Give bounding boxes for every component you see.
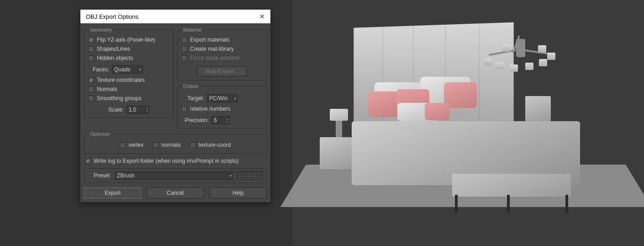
preset-grid-icon[interactable] xyxy=(237,171,263,180)
precision-spinner[interactable]: 6 xyxy=(211,116,230,124)
force-black-checkbox xyxy=(181,55,187,61)
export-materials-checkbox[interactable] xyxy=(181,37,187,43)
create-matlib-label: Create mat-library xyxy=(190,46,234,52)
opt-normals-checkbox[interactable] xyxy=(153,142,158,148)
viewport-scene xyxy=(292,0,644,246)
output-legend: Output xyxy=(181,83,200,89)
obj-export-dialog: OBJ Export Options ✕ Geometry Flip YZ-ax… xyxy=(80,9,271,203)
optimize-group: Optimize vertex normals texture-coord xyxy=(84,131,267,154)
texcoords-checkbox[interactable] xyxy=(88,77,94,83)
pillow-pink xyxy=(425,103,449,120)
relative-checkbox[interactable] xyxy=(181,106,187,112)
material-legend: Material xyxy=(181,27,203,32)
lamp-shade xyxy=(330,109,348,121)
dialog-title: OBJ Export Options xyxy=(84,13,258,20)
pillow-pink xyxy=(368,91,401,117)
opt-vertex-label: vertex xyxy=(128,142,143,148)
scale-label: Scale: xyxy=(108,107,123,113)
lamp-stem xyxy=(336,119,342,137)
precision-label: Precision: xyxy=(181,117,209,123)
optimize-legend: Optimize xyxy=(88,131,111,137)
write-log-label: Write log to Export-folder (when using #… xyxy=(94,158,238,164)
pillow-pink xyxy=(444,82,477,108)
geometry-group: Geometry Flip YZ-axis (Poser-like) Shape… xyxy=(84,27,174,118)
flip-yz-checkbox[interactable] xyxy=(88,37,94,43)
titlebar[interactable]: OBJ Export Options ✕ xyxy=(80,10,270,23)
close-icon[interactable]: ✕ xyxy=(258,13,267,20)
export-button[interactable]: Export xyxy=(84,187,141,198)
preset-dropdown[interactable]: ZBrush xyxy=(115,171,233,180)
scale-spinner[interactable]: 1,0 xyxy=(127,106,149,114)
target-label: Target: xyxy=(181,95,204,102)
smoothing-checkbox[interactable] xyxy=(88,96,94,102)
hidden-label: Hidden objects xyxy=(97,55,133,61)
shapes-label: Shapes/Lines xyxy=(97,46,130,52)
hidden-checkbox[interactable] xyxy=(88,55,94,61)
normals-label: Normals xyxy=(97,86,117,92)
nightstand-right xyxy=(525,96,551,122)
opt-texcoord-label: texture-coord xyxy=(199,142,231,148)
opt-vertex-checkbox[interactable] xyxy=(120,142,126,148)
output-group: Output Target: PC/Win relative numbers P… xyxy=(177,83,267,128)
create-matlib-checkbox[interactable] xyxy=(181,46,187,52)
smoothing-label: Smoothing groups xyxy=(97,95,141,102)
target-dropdown[interactable]: PC/Win xyxy=(207,94,238,102)
opt-texcoord-checkbox[interactable] xyxy=(190,142,196,148)
faces-dropdown[interactable]: Quads xyxy=(112,65,143,74)
opt-normals-label: normals xyxy=(161,142,181,148)
cancel-button[interactable]: Cancel xyxy=(147,187,204,198)
shapes-checkbox[interactable] xyxy=(88,46,94,52)
force-black-label: Force black ambient xyxy=(190,55,239,61)
relative-label: relative numbers xyxy=(190,106,231,112)
chandelier xyxy=(484,25,557,80)
texcoords-label: Texture coordinates xyxy=(97,77,145,83)
preset-label: Preset: xyxy=(88,172,111,179)
export-materials-label: Export materials xyxy=(190,37,230,43)
geometry-legend: Geometry xyxy=(88,27,114,32)
flip-yz-label: Flip YZ-axis (Poser-like) xyxy=(97,37,155,43)
help-button[interactable]: Help xyxy=(210,187,267,198)
bench xyxy=(452,174,571,197)
preset-row: Preset: ZBrush xyxy=(84,168,267,183)
write-log-checkbox[interactable] xyxy=(85,158,91,164)
map-export-button: Map-Export... xyxy=(197,66,247,76)
nightstand-left xyxy=(320,137,352,169)
normals-checkbox[interactable] xyxy=(88,86,94,92)
faces-label: Faces: xyxy=(88,66,109,73)
material-group: Material Export materials Create mat-lib… xyxy=(177,27,267,80)
